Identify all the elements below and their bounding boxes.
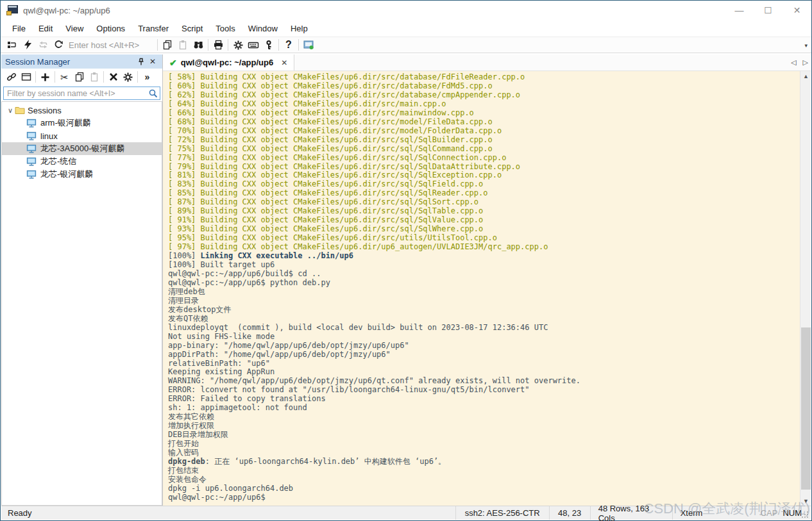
scrollbar-thumb[interactable] — [801, 327, 811, 490]
paste-session-icon[interactable] — [87, 70, 101, 84]
monitor-icon — [26, 157, 37, 167]
sessions-dialog-icon[interactable] — [4, 38, 20, 52]
session-toolbar: ✂ » — [1, 69, 162, 85]
session-manager-header: Session Manager ✕ — [1, 54, 162, 69]
panel-close-icon[interactable]: ✕ — [147, 56, 158, 67]
monitor-icon — [26, 144, 37, 154]
terminal-line: linuxdeployqt (commit ), build <local de… — [168, 324, 798, 333]
session-item[interactable]: 龙芯-统信 — [2, 155, 162, 168]
new-session-plus-icon[interactable] — [38, 70, 53, 84]
terminal-line: [ 62%] Building CXX object CMakeFiles/up… — [168, 91, 798, 100]
pin-icon[interactable] — [135, 56, 147, 67]
menu-item-transfer[interactable]: Transfer — [131, 22, 175, 35]
key-icon[interactable] — [261, 38, 276, 52]
tab-scroll-right-icon[interactable]: ▷ — [803, 58, 808, 67]
keyboard-icon[interactable] — [246, 38, 261, 52]
resize-grip[interactable] — [801, 510, 809, 518]
terminal-line: [ 77%] Building CXX object CMakeFiles/up… — [168, 154, 798, 163]
close-button[interactable]: ✕ — [782, 1, 811, 20]
sessions-root-node[interactable]: ∨ Sessions — [2, 104, 162, 117]
new-window-icon[interactable] — [19, 70, 33, 84]
paste-icon[interactable] — [175, 38, 190, 52]
menu-item-view[interactable]: View — [59, 22, 90, 35]
copy-icon[interactable] — [160, 38, 175, 52]
search-icon — [148, 88, 158, 98]
maximize-button[interactable]: ☐ — [754, 1, 782, 20]
terminal-tab[interactable]: ✔ qwl@qwl-pc: ~/app/up6 ✕ — [163, 54, 294, 70]
terminal-line: ERROR: Failed to copy translations — [168, 395, 798, 404]
terminal-line: [ 79%] Building CXX object CMakeFiles/up… — [168, 163, 798, 172]
connected-check-icon: ✔ — [169, 58, 177, 68]
reconnect-icon[interactable] — [35, 38, 51, 52]
menu-item-window[interactable]: Window — [242, 22, 284, 35]
quick-connect-icon[interactable] — [20, 38, 35, 52]
menubar: FileEditViewOptionsTransferScriptToolsWi… — [1, 20, 811, 37]
menu-item-tools[interactable]: Tools — [209, 22, 241, 35]
terminal-line: relativeBinPath: "up6" — [168, 360, 798, 368]
menu-item-script[interactable]: Script — [175, 22, 209, 35]
copy-session-icon[interactable] — [72, 70, 87, 84]
status-num-lock: NUM — [782, 508, 802, 518]
chevron-down-icon[interactable]: ∨ — [6, 106, 15, 115]
terminal-line: WARNING: "/home/qwl/app/up6/deb/opt/jmzy… — [168, 377, 798, 386]
terminal-line: [ 93%] Building CXX object CMakeFiles/up… — [168, 225, 798, 234]
delete-session-icon[interactable] — [106, 70, 121, 84]
session-tree: ∨ Sessions arm-银河麒麟 linux 龙芯-3A5000-银河麒麟 — [1, 101, 162, 506]
session-item[interactable]: 龙芯-银河麒麟 — [2, 168, 162, 181]
color-scheme-icon[interactable] — [301, 38, 316, 52]
help-icon[interactable]: ? — [281, 38, 296, 52]
more-buttons-chevron-icon[interactable]: » — [140, 70, 155, 84]
properties-gear-icon[interactable] — [230, 38, 246, 52]
menu-item-file[interactable]: File — [6, 22, 32, 35]
session-properties-gear-icon[interactable] — [121, 70, 135, 84]
print-icon[interactable] — [210, 38, 226, 52]
monitor-icon — [26, 170, 37, 179]
terminal-line: [ 87%] Building CXX object CMakeFiles/up… — [168, 198, 798, 207]
menu-item-help[interactable]: Help — [284, 22, 314, 35]
main-toolbar: ? ▾ — [1, 37, 811, 53]
terminal-line: [ 81%] Building CXX object CMakeFiles/up… — [168, 171, 798, 180]
sessions-root-label: Sessions — [28, 106, 62, 115]
terminal-scrollbar[interactable]: ▲ ▼ — [800, 71, 811, 506]
xshell-window: qwl@qwl-pc: ~/app/up6 — ☐ ✕ FileEditView… — [0, 0, 812, 521]
scroll-down-icon[interactable]: ▼ — [800, 496, 811, 506]
terminal-line: [ 95%] Building CXX object CMakeFiles/up… — [168, 234, 798, 243]
host-input[interactable] — [69, 38, 155, 51]
tab-scroll-left-icon[interactable]: ◁ — [791, 58, 796, 67]
terminal-line: [ 91%] Building CXX object CMakeFiles/up… — [168, 216, 798, 225]
session-item[interactable]: linux — [2, 129, 162, 142]
session-item[interactable]: arm-银河麒麟 — [2, 117, 162, 129]
connect-link-icon[interactable] — [4, 70, 19, 84]
terminal-line: [ 72%] Building CXX object CMakeFiles/up… — [168, 136, 798, 145]
statusbar: Ready ssh2: AES-256-CTR 48, 23 48 Rows, … — [1, 506, 811, 520]
toolbar-overflow-icon[interactable]: ▾ — [804, 42, 808, 49]
session-filter-input[interactable] — [4, 89, 148, 98]
session-item[interactable]: 龙芯-3A5000-银河麒麟 — [2, 142, 162, 155]
terminal-line: [ 58%] Building CXX object CMakeFiles/up… — [168, 73, 798, 82]
window-title: qwl@qwl-pc: ~/app/up6 — [23, 6, 110, 15]
terminal-line: ERROR: lconvert not found at "/usr/lib/l… — [168, 386, 798, 395]
status-encryption: ssh2: AES-256-CTR — [455, 506, 549, 520]
menu-item-edit[interactable]: Edit — [32, 22, 59, 35]
scroll-up-icon[interactable]: ▲ — [800, 71, 811, 81]
tab-close-icon[interactable]: ✕ — [281, 58, 287, 67]
terminal-line: [ 64%] Building CXX object CMakeFiles/up… — [168, 100, 798, 109]
terminal-line: 输入密码 — [168, 449, 798, 458]
disconnect-icon[interactable] — [51, 38, 66, 52]
monitor-icon — [26, 131, 37, 141]
terminal[interactable]: [ 58%] Building CXX object CMakeFiles/up… — [163, 71, 811, 506]
terminal-line: Keeping existing AppRun — [168, 368, 798, 377]
terminal-line: [ 85%] Building CXX object CMakeFiles/up… — [168, 189, 798, 198]
status-terminal-type[interactable]: Xterm — [672, 506, 756, 520]
terminal-line: [100%] Linking CXX executable ../bin/up6 — [168, 252, 798, 261]
terminal-line: [ 89%] Building CXX object CMakeFiles/up… — [168, 207, 798, 216]
folder-icon — [15, 106, 25, 115]
session-manager-panel: Session Manager ✕ ✂ — [1, 54, 163, 506]
find-icon[interactable] — [190, 38, 206, 52]
terminal-line: [ 97%] Building CXX object CMakeFiles/up… — [168, 243, 798, 252]
cut-icon[interactable]: ✂ — [57, 70, 72, 84]
terminal-line: 发布其它依赖 — [168, 413, 798, 422]
minimize-button[interactable]: — — [725, 1, 754, 20]
terminal-output: [ 58%] Building CXX object CMakeFiles/up… — [168, 73, 798, 502]
menu-item-options[interactable]: Options — [90, 22, 131, 35]
